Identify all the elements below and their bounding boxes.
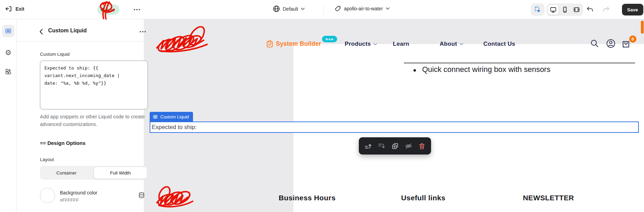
chevron-down-icon	[373, 43, 377, 45]
rail-sections-tab[interactable]	[2, 25, 14, 37]
rail-apps-tab[interactable]	[2, 65, 14, 78]
chevron-down-icon	[386, 7, 390, 10]
topbar-divider	[323, 5, 324, 14]
exit-button[interactable]: Exit	[5, 5, 24, 12]
rail-settings-tab[interactable]: ⚙	[2, 46, 14, 59]
kebab-menu-icon	[133, 9, 140, 11]
search-icon	[590, 39, 599, 48]
redo-icon	[602, 6, 610, 13]
selected-section-label: Custom Liquid	[160, 114, 189, 119]
field-help-text: Add app snippets or other Liquid code to…	[40, 113, 147, 128]
move-up-icon	[364, 142, 372, 150]
layout-option-full-width[interactable]: Full Width	[94, 167, 147, 179]
delete-trash-icon	[418, 142, 426, 150]
fullscreen-icon	[573, 6, 580, 13]
nav-link-system-builder[interactable]: System Builder	[266, 40, 321, 48]
layout-option-container[interactable]: Container	[40, 166, 93, 180]
theme-editor: Exit Live Default	[0, 0, 644, 212]
move-down-icon	[378, 142, 385, 150]
storefront-cart-button[interactable]	[621, 39, 631, 49]
bullet-point	[414, 69, 416, 72]
dynamic-source-icon	[138, 192, 145, 199]
storefront-account-button[interactable]	[606, 39, 615, 48]
undo-button[interactable]	[586, 6, 594, 13]
chevron-down-icon	[460, 43, 463, 45]
section-settings-panel: Custom Liquid Custom Liquid Expected to …	[17, 19, 144, 212]
globe-icon	[273, 5, 280, 12]
content-divider-line	[404, 63, 635, 63]
chevron-down-icon	[301, 8, 305, 10]
tag-icon	[334, 5, 341, 12]
locale-selected: Default	[283, 6, 298, 12]
red-scribble-footer-logo	[154, 186, 206, 212]
desktop-preview-button[interactable]	[547, 4, 559, 15]
background-color-value: #FFFFFF	[60, 198, 79, 203]
hide-eye-off-icon	[405, 142, 412, 150]
design-options-heading: == Design Options	[40, 140, 86, 146]
fullscreen-preview-button[interactable]	[571, 4, 582, 15]
background-color-swatch[interactable]	[40, 188, 55, 203]
footer-heading-business-hours: Business Hours	[279, 194, 335, 202]
red-scribble-logo	[154, 26, 211, 56]
footer-heading-useful-links: Usefull links	[401, 194, 446, 202]
nav-link-products[interactable]: Products	[345, 41, 377, 47]
hide-section-button[interactable]	[405, 142, 412, 150]
redo-button[interactable]	[602, 6, 610, 13]
nav-link-learn[interactable]: Learn	[393, 41, 409, 47]
sections-icon	[153, 114, 158, 119]
feature-bullet-text: Quick connect wiring box with sensors	[422, 65, 550, 74]
kebab-menu-icon	[139, 31, 146, 33]
panel-title: Custom Liquid	[48, 28, 87, 34]
preview-canvas	[144, 19, 644, 212]
back-button[interactable]	[39, 28, 46, 35]
mobile-icon	[561, 6, 568, 13]
desktop-icon	[550, 6, 557, 13]
dynamic-source-button[interactable]	[138, 192, 145, 199]
live-status-badge[interactable]: Live	[97, 4, 119, 15]
apps-icon	[5, 68, 12, 75]
topbar: Exit Live Default	[0, 0, 644, 19]
topbar-menu-button[interactable]	[132, 5, 142, 14]
live-label: Live	[107, 7, 115, 12]
sections-icon	[5, 28, 12, 34]
duplicate-section-button[interactable]	[391, 142, 399, 150]
layout-segmented-control: Container Full Width	[40, 166, 148, 180]
nav-link-about[interactable]: About	[440, 41, 463, 47]
liquid-field-label: Custom Liquid	[40, 52, 69, 57]
new-badge: New	[322, 36, 337, 42]
undo-icon	[586, 6, 594, 13]
locale-selector[interactable]: Default	[273, 5, 305, 12]
selected-section-badge[interactable]: Custom Liquid	[150, 112, 193, 121]
preview-scrollbar[interactable]	[641, 21, 644, 34]
move-section-up-button[interactable]	[364, 142, 372, 150]
custom-liquid-rendered-text: Expected to ship:	[152, 124, 196, 131]
inspector-icon	[534, 6, 541, 13]
delete-section-button[interactable]	[418, 142, 426, 150]
save-button[interactable]: Save	[622, 4, 643, 15]
section-toolbar	[359, 137, 431, 155]
storefront-search-button[interactable]	[590, 39, 599, 48]
mobile-preview-button[interactable]	[559, 4, 571, 15]
liquid-code-input[interactable]: Expected to ship: {{ variant.next_incomi…	[40, 61, 148, 109]
panel-menu-button[interactable]	[138, 27, 148, 36]
inspector-button[interactable]	[531, 3, 545, 16]
nav-link-contact-us[interactable]: Contact Us	[483, 41, 515, 47]
settings-gear-icon: ⚙	[5, 49, 12, 56]
account-icon	[606, 39, 615, 48]
move-section-down-button[interactable]	[378, 142, 385, 150]
exit-label: Exit	[15, 6, 24, 12]
cart-count-badge: 0	[629, 35, 636, 43]
clipboard-check-icon	[266, 40, 273, 48]
editor-rail: ⚙	[0, 19, 17, 212]
panel-divider	[17, 41, 144, 42]
layout-label: Layout	[40, 157, 54, 162]
cart-icon	[621, 39, 631, 49]
back-chevron-icon	[39, 29, 43, 35]
device-preview-group	[547, 3, 583, 16]
footer-heading-newsletter: NEWSLETTER	[523, 194, 574, 202]
duplicate-icon	[391, 142, 399, 150]
theme-selector[interactable]: apollo-air-to-water	[334, 5, 390, 12]
selected-custom-liquid-section[interactable]: Expected to ship:	[150, 121, 639, 133]
live-dot-icon	[101, 8, 104, 11]
background-color-label: Background color	[60, 190, 97, 195]
